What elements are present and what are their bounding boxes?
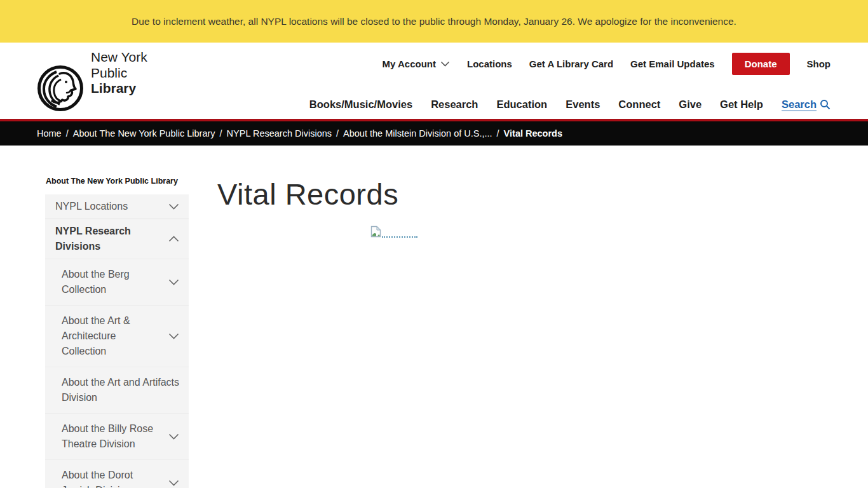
breadcrumb-separator: /	[220, 128, 222, 139]
sidebar-item-label: NYPL Locations	[55, 199, 128, 214]
breadcrumb-separator: /	[336, 128, 339, 139]
nav-connect[interactable]: Connect	[618, 98, 660, 111]
main-nav: Books/Music/Movies Research Education Ev…	[309, 98, 831, 111]
sidebar-item-label: About the Billy Rose Theatre Division	[62, 421, 163, 452]
breadcrumb-current: Vital Records	[504, 128, 562, 139]
sidebar-item-nypl-locations[interactable]: NYPL Locations	[45, 194, 189, 219]
my-account-label: My Account	[383, 58, 436, 69]
logo-line-3: Library	[91, 81, 193, 97]
content: About The New York Public Library NYPL L…	[0, 146, 868, 485]
sidebar-list: NYPL Locations NYPL Research Divisions A…	[45, 194, 189, 488]
page-title: Vital Records	[217, 177, 398, 212]
sidebar: About The New York Public Library NYPL L…	[45, 177, 189, 488]
my-account-link[interactable]: My Account	[383, 58, 450, 69]
chevron-down-icon	[168, 203, 179, 210]
sidebar-heading: About The New York Public Library	[46, 177, 189, 186]
nypl-lion-icon	[37, 65, 84, 112]
nav-education[interactable]: Education	[496, 98, 547, 111]
locations-link[interactable]: Locations	[467, 58, 512, 69]
nypl-wordmark: New York Public Library	[91, 50, 193, 97]
sidebar-item-label: About the Art and Artifacts Division	[62, 375, 179, 405]
get-library-card-link[interactable]: Get A Library Card	[529, 58, 613, 69]
chevron-up-icon	[168, 236, 179, 242]
shop-link[interactable]: Shop	[807, 58, 831, 69]
search-link[interactable]: Search	[782, 98, 831, 111]
nav-events[interactable]: Events	[566, 98, 600, 111]
broken-image-icon	[370, 226, 381, 238]
sidebar-item-label: About the Berg Collection	[62, 267, 163, 297]
sidebar-item-label: NYPL Research Divisions	[55, 224, 163, 254]
alert-message: Due to inclement weather, all NYPL locat…	[132, 16, 736, 27]
nav-get-help[interactable]: Get Help	[720, 98, 763, 111]
logo-line-2: Public	[91, 65, 193, 81]
chevron-down-icon	[440, 61, 450, 67]
search-icon	[820, 99, 831, 110]
breadcrumb: Home / About The New York Public Library…	[0, 121, 868, 146]
donate-button[interactable]: Donate	[732, 53, 790, 75]
nav-books-music-movies[interactable]: Books/Music/Movies	[309, 98, 412, 111]
nav-research[interactable]: Research	[431, 98, 478, 111]
sidebar-item-billy-rose-theatre-division[interactable]: About the Billy Rose Theatre Division	[45, 413, 189, 459]
chevron-down-icon	[168, 433, 179, 440]
breadcrumb-about-nypl[interactable]: About The New York Public Library	[73, 128, 215, 139]
logo-line-1: New York	[91, 50, 193, 65]
sidebar-item-dorot-jewish-division[interactable]: About the Dorot Jewish Division	[45, 459, 189, 488]
chevron-down-icon	[168, 333, 179, 339]
breadcrumb-research-divisions[interactable]: NYPL Research Divisions	[227, 128, 332, 139]
sidebar-item-art-artifacts-division[interactable]: About the Art and Artifacts Division	[45, 367, 189, 413]
broken-image	[370, 226, 417, 238]
page: Due to inclement weather, all NYPL locat…	[0, 0, 868, 488]
breadcrumb-home[interactable]: Home	[37, 128, 62, 139]
sidebar-item-art-architecture-collection[interactable]: About the Art & Architecture Collection	[45, 305, 189, 367]
breadcrumb-separator: /	[497, 128, 499, 139]
alert-banner: Due to inclement weather, all NYPL locat…	[0, 0, 868, 43]
sidebar-item-label: About the Dorot Jewish Division	[62, 468, 163, 488]
site-header: New York Public Library My Account Locat…	[0, 43, 868, 121]
search-label: Search	[782, 98, 817, 111]
utility-nav: My Account Locations Get A Library Card …	[383, 53, 831, 75]
broken-image-alt-underline	[382, 230, 417, 238]
sidebar-item-berg-collection[interactable]: About the Berg Collection	[45, 259, 189, 305]
nav-give[interactable]: Give	[679, 98, 702, 111]
chevron-down-icon	[168, 480, 179, 486]
get-email-updates-link[interactable]: Get Email Updates	[630, 58, 715, 69]
sidebar-item-label: About the Art & Architecture Collection	[62, 313, 163, 359]
sidebar-item-nypl-research-divisions[interactable]: NYPL Research Divisions	[45, 219, 189, 259]
breadcrumb-separator: /	[66, 128, 69, 139]
chevron-down-icon	[168, 279, 179, 285]
breadcrumb-milstein-division[interactable]: About the Milstein Division of U.S.,...	[343, 128, 492, 139]
